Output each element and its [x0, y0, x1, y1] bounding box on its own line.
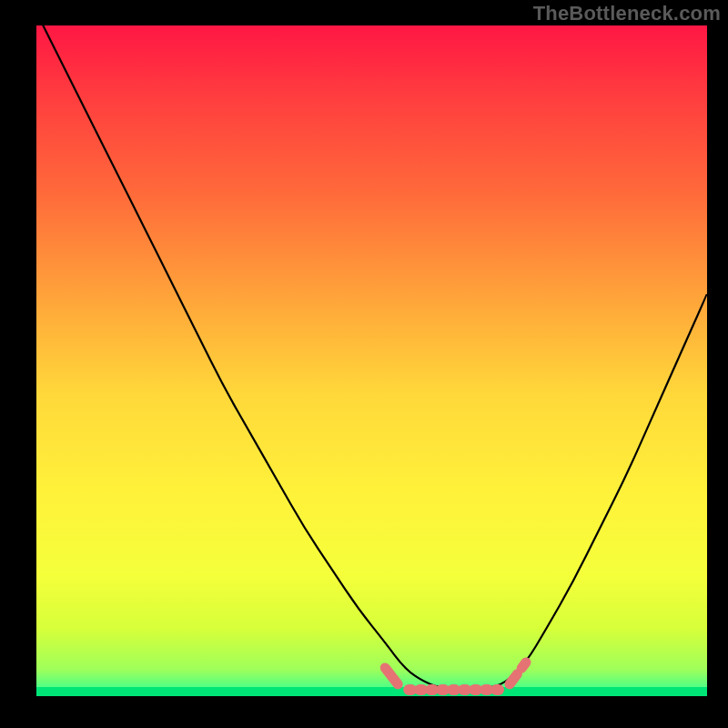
plot-background	[36, 25, 707, 696]
chart-frame: TheBottleneck.com	[0, 0, 728, 728]
bottom-band	[36, 687, 707, 696]
chart-svg	[0, 0, 728, 728]
watermark-label: TheBottleneck.com	[533, 2, 721, 25]
